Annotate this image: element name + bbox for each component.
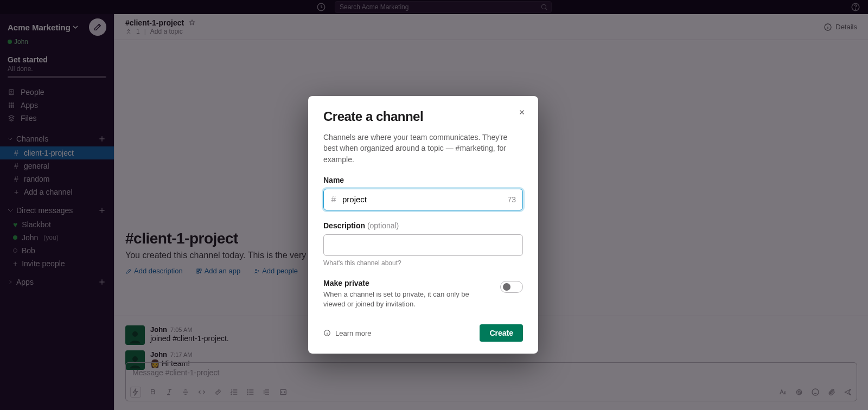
- modal-description: Channels are where your team communicate…: [323, 132, 523, 165]
- info-icon: [323, 329, 331, 337]
- char-remaining: 73: [507, 195, 516, 204]
- make-private-toggle[interactable]: [500, 281, 523, 293]
- learn-more-label: Learn more: [335, 329, 371, 337]
- channel-name-field[interactable]: # 73: [323, 189, 523, 210]
- channel-name-input[interactable]: [342, 195, 502, 204]
- make-private-title: Make private: [323, 279, 489, 287]
- close-icon: [518, 108, 526, 116]
- channel-description-input[interactable]: [324, 235, 522, 255]
- channel-description-field[interactable]: [323, 234, 523, 256]
- name-label: Name: [323, 176, 523, 184]
- create-channel-modal: Create a channel Channels are where your…: [308, 96, 538, 354]
- learn-more-link[interactable]: Learn more: [323, 329, 371, 337]
- create-button[interactable]: Create: [480, 324, 523, 342]
- modal-title: Create a channel: [323, 109, 523, 124]
- description-hint: What's this channel about?: [323, 259, 523, 267]
- make-private-sub: When a channel is set to private, it can…: [323, 290, 489, 309]
- description-label: Description (optional): [323, 221, 523, 230]
- hash-prefix-icon: #: [330, 195, 337, 204]
- close-button[interactable]: [515, 106, 528, 119]
- toggle-knob: [503, 283, 510, 291]
